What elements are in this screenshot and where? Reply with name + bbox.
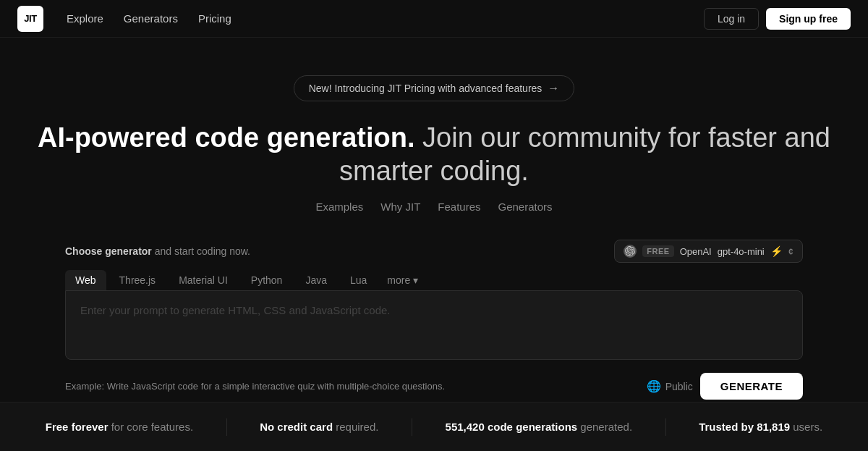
stat-generations: 551,420 code generations generated. [446, 421, 633, 433]
generator-label: Choose generator and start coding now. [65, 245, 250, 257]
logo-text: JIT [24, 13, 36, 24]
announcement-banner[interactable]: New! Introducing JIT Pricing with advanc… [294, 75, 575, 101]
tab-lua[interactable]: Lua [340, 270, 377, 290]
stat-free-normal: for core features. [111, 421, 193, 433]
logo[interactable]: JIT [17, 6, 43, 32]
prompt-input[interactable] [65, 290, 803, 360]
tab-material-ui[interactable]: Material UI [169, 270, 238, 290]
sub-link-examples[interactable]: Examples [315, 201, 363, 213]
prompt-container: Web Three.js Material UI Python Java Lua… [65, 270, 803, 363]
bottom-right: 🌐 Public GENERATE [647, 373, 803, 400]
login-button[interactable]: Log in [704, 8, 759, 30]
stat-users-bold: Trusted by 81,819 [699, 421, 790, 433]
nav-item-generators[interactable]: Generators [124, 12, 178, 25]
tab-more[interactable]: more ▾ [380, 270, 425, 290]
example-content: Write JavaScript code for a simple inter… [107, 381, 445, 392]
token-icon: ¢ [788, 246, 793, 257]
divider-1 [226, 418, 227, 436]
sub-links: Examples Why JIT Features Generators [315, 201, 552, 214]
example-label: Example: [65, 381, 104, 392]
tab-threejs[interactable]: Three.js [109, 270, 166, 290]
footer-stats: Free forever for core features. No credi… [0, 402, 868, 451]
sub-link-why-jit[interactable]: Why JIT [380, 201, 420, 213]
model-selector[interactable]: FREE OpenAI gpt-4o-mini ⚡ ¢ [614, 240, 803, 263]
chevron-down-icon: ▾ [413, 274, 418, 286]
openai-icon [624, 245, 637, 258]
navbar-left: JIT Explore Generators Pricing [17, 6, 231, 32]
nav-links: Explore Generators Pricing [67, 12, 231, 25]
stat-users-normal: users. [793, 421, 822, 433]
model-name: gpt-4o-mini [718, 246, 765, 257]
stat-gen-normal: generated. [580, 421, 632, 433]
stat-credit-bold: No credit card [260, 421, 333, 433]
bottom-bar: Example: Write JavaScript code for a sim… [65, 373, 803, 400]
visibility-label: Public [665, 381, 693, 392]
main-content: New! Introducing JIT Pricing with advanc… [0, 38, 868, 400]
banner-text: New! Introducing JIT Pricing with advanc… [309, 83, 542, 94]
globe-icon: 🌐 [647, 379, 661, 393]
divider-2 [412, 418, 412, 436]
stat-free-bold: Free forever [46, 421, 109, 433]
signup-button[interactable]: Sign up free [766, 8, 851, 30]
generator-tabs: Web Three.js Material UI Python Java Lua… [65, 270, 803, 290]
banner-arrow-icon: → [548, 82, 559, 95]
generator-section: Choose generator and start coding now. F… [65, 240, 803, 400]
divider-3 [665, 418, 666, 436]
example-text: Example: Write JavaScript code for a sim… [65, 381, 445, 392]
stat-no-credit: No credit card required. [260, 421, 378, 433]
generate-button[interactable]: GENERATE [700, 373, 803, 400]
visibility-button[interactable]: 🌐 Public [647, 379, 693, 393]
sub-link-features[interactable]: Features [438, 201, 480, 213]
choose-generator-suffix: and start coding now. [155, 245, 250, 257]
nav-item-explore[interactable]: Explore [67, 12, 103, 25]
navbar-right: Log in Sign up free [704, 8, 851, 30]
navbar: JIT Explore Generators Pricing Log in Si… [0, 0, 868, 38]
hero-heading: AI-powered code generation. Join our com… [0, 122, 868, 187]
choose-generator-label: Choose generator [65, 245, 152, 257]
tab-python[interactable]: Python [241, 270, 293, 290]
hero-section: AI-powered code generation. Join our com… [0, 122, 868, 187]
tab-java[interactable]: Java [295, 270, 337, 290]
tab-web[interactable]: Web [65, 270, 106, 290]
stat-credit-normal: required. [336, 421, 378, 433]
nav-item-pricing[interactable]: Pricing [198, 12, 231, 25]
hero-line1: AI-powered code generation. [38, 122, 415, 153]
sub-link-generators[interactable]: Generators [498, 201, 553, 213]
model-free-badge: FREE [642, 245, 673, 257]
stat-gen-bold: 551,420 code generations [446, 421, 578, 433]
stat-users: Trusted by 81,819 users. [699, 421, 822, 433]
stat-free-forever: Free forever for core features. [46, 421, 193, 433]
model-provider: OpenAI [680, 246, 712, 257]
tab-more-label: more [387, 274, 410, 286]
lightning-icon: ⚡ [770, 245, 783, 257]
generator-header: Choose generator and start coding now. F… [65, 240, 803, 263]
